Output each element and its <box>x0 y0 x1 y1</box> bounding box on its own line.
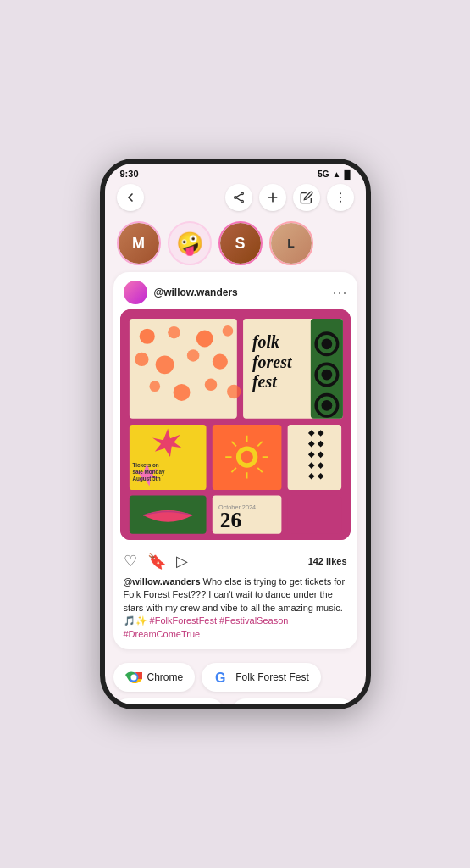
edit-button[interactable] <box>293 184 320 211</box>
post-card: @willow.wanders ⋯ <box>113 272 357 649</box>
svg-point-49 <box>241 451 253 464</box>
caption: @willow.wanders Who else is trying to ge… <box>113 574 357 649</box>
svg-text:sale Monday: sale Monday <box>132 469 164 476</box>
like-button[interactable]: ♡ <box>124 552 137 570</box>
svg-text:folk: folk <box>252 332 279 352</box>
svg-point-18 <box>149 381 160 392</box>
add-bookmark-button[interactable] <box>259 184 286 211</box>
svg-point-17 <box>212 354 227 370</box>
svg-point-7 <box>340 201 341 203</box>
status-time: 9:30 <box>120 169 139 179</box>
poster-image: folk forest fest <box>120 309 351 540</box>
status-icons: 5G ▲ █ <box>318 170 350 179</box>
back-button[interactable] <box>117 184 144 211</box>
svg-line-4 <box>236 198 241 201</box>
svg-point-32 <box>321 400 332 411</box>
santa-barbara-chip[interactable]: Santa Barbara <box>113 698 224 704</box>
story-avatar-2[interactable]: 🤪 <box>168 221 212 265</box>
chrome-icon <box>125 669 142 686</box>
share-button[interactable] <box>225 184 252 211</box>
post-more-button[interactable]: ⋯ <box>332 283 347 302</box>
more-button[interactable] <box>327 184 354 211</box>
svg-line-3 <box>236 194 241 197</box>
likes-count: 142 likes <box>308 556 347 566</box>
chrome-chip[interactable]: Chrome <box>113 663 196 692</box>
svg-text:26: 26 <box>219 508 241 531</box>
willow-chip[interactable]: @willow.wanders <box>231 698 355 704</box>
bookmark-button[interactable]: 🔖 <box>147 552 166 570</box>
svg-text:fest: fest <box>252 372 277 392</box>
svg-point-13 <box>222 326 233 337</box>
chips-section: Chrome G Folk Forest Fest <box>105 658 366 704</box>
svg-point-11 <box>168 326 180 339</box>
svg-rect-50 <box>287 425 340 490</box>
post-header: @willow.wanders ⋯ <box>113 272 357 309</box>
phone-screen: 9:30 5G ▲ █ <box>105 164 366 704</box>
svg-text:Tickets on: Tickets on <box>132 462 158 468</box>
nav-icons-right <box>225 184 354 211</box>
svg-point-14 <box>135 353 148 366</box>
svg-text:forest: forest <box>252 353 292 372</box>
phone-frame: 9:30 5G ▲ █ <box>100 159 371 709</box>
google-icon: G <box>213 669 230 686</box>
post-username: @willow.wanders <box>154 287 238 298</box>
wifi-icon: ▲ <box>333 170 341 179</box>
story-emoji: 🤪 <box>176 231 203 257</box>
svg-point-28 <box>321 338 332 349</box>
story-avatar-4[interactable]: L <box>269 221 313 265</box>
svg-point-30 <box>321 370 332 381</box>
svg-point-6 <box>340 197 341 198</box>
svg-point-19 <box>173 384 190 401</box>
share-post-button[interactable]: ▷ <box>176 552 188 570</box>
post-actions: ♡ 🔖 ▷ 142 likes <box>113 547 357 574</box>
post-avatar <box>124 281 147 304</box>
svg-point-12 <box>196 330 213 347</box>
signal-icon: 5G <box>318 170 329 179</box>
svg-rect-65 <box>287 495 340 533</box>
svg-point-21 <box>227 385 241 398</box>
folk-forest-chip-label: Folk Forest Fest <box>235 671 309 683</box>
svg-text:August 5th: August 5th <box>132 476 160 482</box>
folk-forest-chip[interactable]: G Folk Forest Fest <box>202 663 321 692</box>
caption-tags: #FolkForestFest #FestivalSeason #DreamCo… <box>124 615 289 638</box>
top-nav <box>105 181 366 216</box>
svg-point-15 <box>155 355 174 374</box>
svg-point-16 <box>186 349 199 362</box>
svg-point-10 <box>139 329 154 344</box>
battery-icon: █ <box>344 170 350 179</box>
action-icons-group: ♡ 🔖 ▷ <box>124 552 188 570</box>
post-user: @willow.wanders <box>124 281 238 304</box>
caption-username: @willow.wanders <box>124 576 201 587</box>
svg-point-68 <box>130 674 136 680</box>
svg-point-5 <box>340 192 341 194</box>
story-avatar-1[interactable]: M <box>117 221 161 265</box>
svg-text:G: G <box>215 670 225 685</box>
chrome-chip-label: Chrome <box>147 671 184 683</box>
svg-point-20 <box>204 379 217 392</box>
status-bar: 9:30 5G ▲ █ <box>105 164 366 181</box>
stories-row: M 🤪 S L <box>105 216 366 272</box>
story-avatar-3[interactable]: S <box>218 221 263 265</box>
